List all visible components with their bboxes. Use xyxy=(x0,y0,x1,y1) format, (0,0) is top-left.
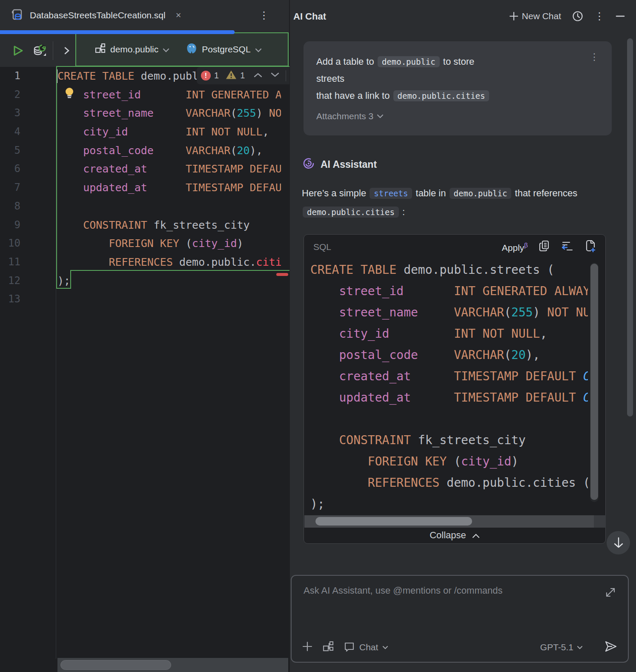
error-stripe-mark xyxy=(276,273,288,276)
arrow-down-icon xyxy=(613,537,624,549)
assistant-header: AI Assistant xyxy=(303,158,377,171)
code-block-horizontal-scrollbar[interactable] xyxy=(304,515,606,528)
editor-horizontal-scrollbar[interactable] xyxy=(57,658,288,672)
next-problem-chevron-icon[interactable] xyxy=(270,72,280,80)
code-block-content: CREATE TABLE demo.public.streets ( stree… xyxy=(310,259,588,524)
dialect-selector[interactable]: PostgreSQL xyxy=(186,43,261,57)
model-label: GPT-5.1 xyxy=(540,642,573,652)
chat-input-toolbar: Chat GPT-5.1 xyxy=(292,639,628,656)
chat-mode-selector[interactable]: Chat xyxy=(344,642,388,653)
tab-title: DatabaseStreetsTableCreation.sql xyxy=(30,10,166,20)
run-button[interactable] xyxy=(9,42,26,59)
user-message-card: Add a table to demo.public to storestree… xyxy=(304,41,612,135)
chat-history-clock-icon[interactable] xyxy=(572,11,583,22)
scrollbar-thumb[interactable] xyxy=(60,660,171,670)
beta-badge: β xyxy=(524,241,528,249)
chat-mode-label: Chat xyxy=(359,642,378,652)
send-plane-icon xyxy=(604,640,618,653)
chat-code-block: SQL Applyβ xyxy=(304,234,606,544)
error-count: 1 xyxy=(214,71,219,80)
scrollbar-corner xyxy=(594,515,606,528)
chevron-down-icon xyxy=(382,646,388,649)
sql-file-icon xyxy=(11,8,24,23)
editor-gutter: 12345678910111213 xyxy=(0,67,20,309)
ai-chat-pane: AI Chat New Chat ⋮ Add a table to demo.p… xyxy=(290,0,636,672)
dialect-selector-label: PostgreSQL xyxy=(202,44,250,55)
chevron-down-icon xyxy=(163,44,169,55)
apply-button[interactable]: Applyβ xyxy=(502,241,528,253)
inspection-separator xyxy=(286,70,286,81)
chat-input-placeholder: Ask AI Assistant, use @mentions or /comm… xyxy=(304,585,502,596)
assistant-intro-text: Here’s a simple streets table in demo.pu… xyxy=(302,184,608,221)
editor-code: CREATE TABLE demo.public.streets ( stree… xyxy=(57,67,281,309)
chat-options-kebab-icon[interactable]: ⋮ xyxy=(594,10,604,22)
tab-close-icon[interactable]: × xyxy=(176,10,181,21)
ai-attached-selection-border xyxy=(56,66,57,289)
editor-tab-bar: DatabaseStreetsTableCreation.sql × ⋮ xyxy=(0,0,289,30)
schema-icon xyxy=(95,43,106,56)
execute-on-datasource-button[interactable] xyxy=(31,42,48,59)
insert-at-caret-icon[interactable] xyxy=(561,241,574,253)
code-editor[interactable]: 12345678910111213 CREATE TABLE demo.publ… xyxy=(0,67,289,672)
tab-options-kebab-icon[interactable]: ⋮ xyxy=(259,9,269,21)
inspection-widget[interactable]: ! 1 1 xyxy=(197,67,289,84)
schema-selector[interactable]: demo.public xyxy=(95,43,169,56)
assistant-name: AI Assistant xyxy=(321,159,377,170)
message-options-kebab-icon[interactable]: ⋮ xyxy=(590,52,599,63)
chevron-down-icon xyxy=(377,114,384,118)
chat-header: AI Chat New Chat ⋮ xyxy=(290,0,636,34)
active-tab-indicator xyxy=(0,30,235,34)
postgresql-icon xyxy=(186,43,198,57)
session-selector-highlight-box: demo.public PostgreSQL xyxy=(75,32,289,66)
new-chat-label: New Chat xyxy=(522,11,561,21)
warning-badge-icon xyxy=(226,70,237,81)
attach-schema-icon[interactable] xyxy=(322,640,334,654)
hide-panel-icon[interactable] xyxy=(616,15,625,17)
code-block-header: SQL Applyβ xyxy=(304,235,605,259)
attachments-label: Attachments 3 xyxy=(316,111,373,121)
chat-vertical-scrollbar[interactable] xyxy=(627,38,633,416)
chat-title: AI Chat xyxy=(293,11,326,22)
send-button[interactable] xyxy=(604,640,618,655)
new-file-from-code-icon[interactable] xyxy=(585,240,596,254)
chat-bubble-icon xyxy=(344,642,355,653)
scroll-to-bottom-button[interactable] xyxy=(607,531,630,554)
schema-selector-label: demo.public xyxy=(110,44,158,55)
ai-attached-selection-border xyxy=(70,270,289,271)
previous-problem-chevron-icon[interactable] xyxy=(253,72,263,80)
chat-input-box[interactable]: Ask AI Assistant, use @mentions or /comm… xyxy=(291,575,629,663)
chevron-up-icon xyxy=(472,534,480,538)
warning-count: 1 xyxy=(240,71,245,80)
code-language-label: SQL xyxy=(313,242,331,252)
new-chat-button[interactable]: New Chat xyxy=(509,11,561,21)
intention-bulb-icon[interactable] xyxy=(64,87,75,101)
editor-tab[interactable]: DatabaseStreetsTableCreation.sql × xyxy=(0,0,181,30)
expand-input-icon[interactable] xyxy=(604,586,617,600)
expand-toolbar-chevron[interactable] xyxy=(58,42,75,59)
scrollbar-thumb[interactable] xyxy=(590,264,598,500)
user-message-text: Add a table to demo.public to storestree… xyxy=(316,53,599,104)
ai-attached-selection-border xyxy=(56,288,71,289)
chevron-down-icon xyxy=(577,646,583,649)
error-badge-icon: ! xyxy=(201,71,211,80)
ai-assistant-swirl-icon xyxy=(303,158,315,171)
copy-code-icon[interactable] xyxy=(539,240,550,254)
scrollbar-thumb[interactable] xyxy=(315,517,472,526)
model-selector[interactable]: GPT-5.1 xyxy=(540,642,583,652)
collapse-button[interactable]: Collapse xyxy=(304,530,605,541)
add-attachment-plus-icon[interactable] xyxy=(302,641,313,654)
toolbar-separator xyxy=(53,41,53,60)
ide-window: DatabaseStreetsTableCreation.sql × ⋮ xyxy=(0,0,636,672)
code-block-vertical-scrollbar[interactable] xyxy=(590,263,599,502)
editor-pane: DatabaseStreetsTableCreation.sql × ⋮ xyxy=(0,0,289,672)
attachments-toggle[interactable]: Attachments 3 xyxy=(316,111,599,121)
ai-attached-selection-border xyxy=(70,270,71,289)
chevron-down-icon xyxy=(255,44,262,55)
